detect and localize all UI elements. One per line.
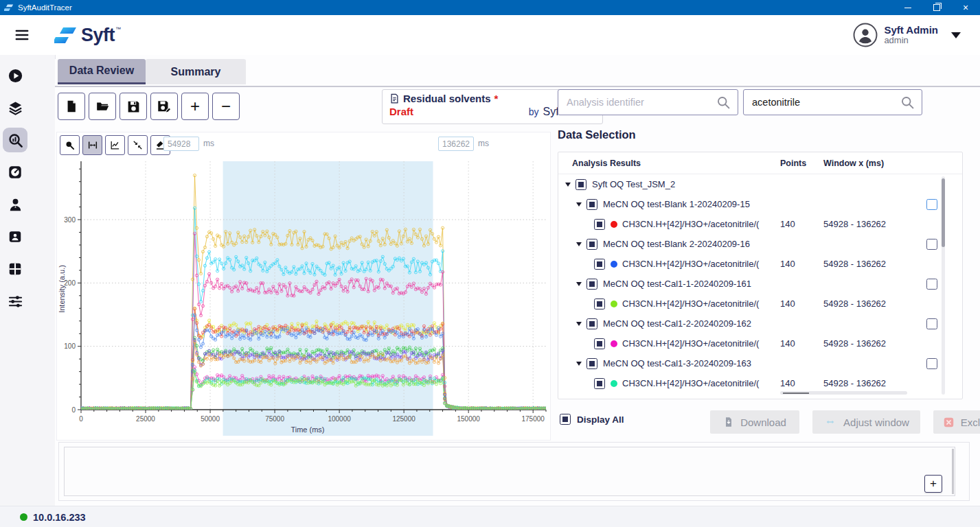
exclude-button[interactable]: Exclude: [933, 410, 980, 434]
minimize-button[interactable]: [893, 0, 922, 15]
row-label: CH3CN.H+[42]/H3O+/acetonitrile/(: [622, 259, 759, 269]
row-checkbox[interactable]: [594, 378, 605, 389]
row-checkbox[interactable]: [586, 279, 597, 290]
svg-text:25000: 25000: [136, 415, 155, 423]
adjust-window-button[interactable]: Adjust window: [812, 410, 920, 434]
add-annotation-button[interactable]: +: [924, 475, 942, 493]
avatar: [853, 23, 878, 47]
chevron-down-icon[interactable]: [951, 32, 961, 38]
horizontal-span-tool-button[interactable]: [82, 135, 102, 155]
sidebar-item-gauge[interactable]: [3, 160, 27, 185]
row-checkbox[interactable]: [586, 199, 597, 210]
tab-data-review[interactable]: Data Review: [58, 59, 146, 84]
select-checkbox[interactable]: [926, 318, 937, 329]
display-all-control[interactable]: Display All: [560, 414, 624, 425]
tree-row[interactable]: CH3CN.H+[42]/H3O+/acetonitrile/(14054928…: [558, 254, 961, 274]
sidebar-item-contact-card[interactable]: [3, 224, 27, 249]
display-all-checkbox[interactable]: [560, 414, 571, 425]
tree-row[interactable]: CH3CN.H+[42]/H3O+/acetonitrile/(14054928…: [558, 333, 961, 353]
sidebar-item-search-analytics[interactable]: [3, 128, 27, 152]
plus-button[interactable]: +: [181, 93, 209, 120]
sidebar-item-operator-person[interactable]: [3, 192, 27, 217]
trademark-mark: ™: [115, 26, 121, 32]
svg-text:0: 0: [79, 415, 83, 423]
tree-row[interactable]: CH3CN.H+[42]/H3O+/acetonitrile/(14054928…: [558, 294, 961, 314]
save-as-button[interactable]: [150, 93, 178, 120]
tree-row[interactable]: MeCN OQ test-Blank 2-20240209-16: [558, 234, 961, 254]
tree-row[interactable]: Syft OQ Test_JSM_2: [558, 174, 961, 194]
hamburger-menu-icon[interactable]: [12, 25, 32, 45]
compound-search-input[interactable]: [744, 97, 900, 108]
row-points: 140: [780, 378, 795, 388]
window-title: SyftAuditTracer: [18, 3, 72, 12]
line-chart-icon: [110, 140, 120, 150]
user-name: Syft Admin: [884, 24, 938, 36]
row-checkbox[interactable]: [594, 338, 605, 349]
row-checkbox[interactable]: [594, 259, 605, 270]
row-checkbox[interactable]: [586, 358, 597, 369]
tree-row[interactable]: MeCN OQ test-Cal1-1-20240209-161: [558, 274, 961, 294]
sidebar-item-layers[interactable]: [3, 95, 27, 120]
row-window: 54928 - 136262: [823, 338, 886, 349]
save-button[interactable]: [119, 93, 147, 120]
new-document-button[interactable]: [58, 93, 85, 120]
expand-caret-icon[interactable]: [565, 183, 571, 187]
tree-row[interactable]: MeCN OQ test-Cal1-3-20240209-163: [558, 353, 961, 373]
row-checkbox[interactable]: [594, 219, 605, 230]
row-checkbox[interactable]: [594, 298, 605, 309]
tree-row[interactable]: MeCN OQ test-Cal1-2-20240209-162: [558, 314, 961, 333]
row-checkbox[interactable]: [586, 318, 597, 329]
expand-caret-icon[interactable]: [576, 322, 582, 326]
sidebar-item-play-circle[interactable]: [3, 63, 27, 88]
operator-person-icon: [8, 197, 23, 213]
minus-button[interactable]: −: [212, 93, 240, 120]
select-checkbox[interactable]: [926, 199, 937, 210]
user-menu[interactable]: Syft Admin admin: [853, 23, 961, 47]
line-chart-tool-button[interactable]: [105, 135, 125, 155]
sidebar-item-sliders[interactable]: [3, 289, 27, 314]
restore-button[interactable]: [922, 0, 951, 15]
tree-row[interactable]: CH3CN.H+[42]/H3O+/acetonitrile/(14054928…: [558, 214, 961, 234]
svg-text:125000: 125000: [392, 415, 415, 423]
select-checkbox[interactable]: [926, 239, 937, 250]
row-label: CH3CN.H+[42]/H3O+/acetonitrile/(: [622, 298, 759, 309]
window-start-input[interactable]: [163, 137, 199, 151]
expand-caret-icon[interactable]: [576, 242, 582, 246]
adjust-arrows-icon: [823, 417, 837, 427]
y-axis-title: Intensity (a.u.): [58, 265, 66, 313]
close-button[interactable]: ×: [951, 0, 980, 15]
connection-ip: 10.0.16.233: [33, 512, 86, 523]
tree-row[interactable]: CH3CN.H+[42]/H3O+/acetonitrile/(14054928…: [558, 373, 961, 393]
chromatogram-chart[interactable]: 0100200300025000500007500010000012500015…: [57, 159, 550, 440]
tab-label: Data Review: [69, 65, 134, 77]
row-label: MeCN OQ test-Cal1-2-20240209-162: [603, 318, 751, 329]
row-checkbox[interactable]: [576, 179, 586, 190]
sidebar-item-grid[interactable]: [3, 257, 27, 281]
search-icon[interactable]: [900, 95, 915, 110]
tab-summary[interactable]: Summary: [146, 59, 246, 84]
row-window: 54928 - 136262: [823, 219, 886, 229]
tree-horizontal-scrollbar[interactable]: [780, 391, 907, 395]
bottom-panel-inner: +: [64, 447, 955, 496]
row-points: 140: [780, 259, 795, 269]
window-end-input[interactable]: [438, 137, 474, 151]
row-checkbox[interactable]: [586, 239, 597, 250]
adjust-window-label: Adjust window: [843, 417, 909, 428]
open-folder-button[interactable]: [89, 93, 116, 120]
search-icon[interactable]: [716, 95, 731, 110]
expand-caret-icon[interactable]: [576, 202, 582, 207]
analysis-identifier-input[interactable]: [558, 97, 716, 108]
download-button[interactable]: Download: [710, 410, 799, 434]
bottom-panel-scrollbar[interactable]: [952, 449, 954, 494]
trace-color-dot: [611, 261, 617, 268]
svg-text:100000: 100000: [328, 415, 351, 423]
fit-view-tool-button[interactable]: [128, 135, 148, 155]
select-checkbox[interactable]: [926, 279, 937, 290]
tree-row[interactable]: MeCN OQ test-Blank 1-20240209-15: [558, 194, 961, 214]
expand-caret-icon[interactable]: [576, 282, 582, 286]
zoom-magnifier-tool-button[interactable]: [60, 135, 80, 155]
tree-vertical-scrollbar[interactable]: [942, 176, 945, 395]
expand-caret-icon[interactable]: [576, 362, 582, 366]
user-role: admin: [884, 36, 938, 46]
select-checkbox[interactable]: [926, 358, 937, 369]
